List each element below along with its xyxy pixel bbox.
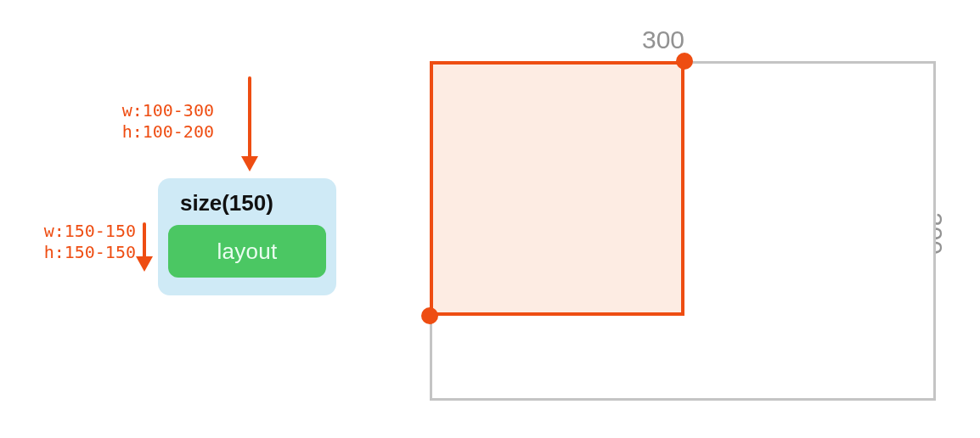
incoming-arrow-down-icon — [237, 76, 262, 171]
incoming-constraints-label: w:100-300 h:100-200 — [53, 100, 214, 143]
size-node-card: size(150) layout — [158, 178, 336, 295]
outgoing-constraints-height: h:150-150 — [0, 242, 136, 263]
max-width-label: 300 — [642, 25, 684, 54]
incoming-constraints-height: h:100-200 — [53, 121, 214, 143]
outgoing-constraints-label: w:150-150 h:150-150 — [0, 221, 136, 263]
incoming-constraints-width: w:100-300 — [53, 100, 214, 121]
sized-box — [430, 61, 684, 316]
handle-dot-top-right-icon — [676, 53, 693, 70]
constraint-visualization: 300 200 — [430, 61, 938, 405]
handle-dot-bottom-left-icon — [421, 307, 438, 324]
outgoing-constraints-width: w:150-150 — [0, 221, 136, 242]
diagram-stage: w:100-300 h:100-200 w:150-150 h:150-150 … — [0, 0, 980, 438]
child-layout-label: layout — [217, 239, 277, 265]
outgoing-arrow-down-icon — [134, 222, 155, 272]
size-node-title: size(150) — [180, 190, 326, 216]
child-layout-pill: layout — [168, 225, 326, 278]
